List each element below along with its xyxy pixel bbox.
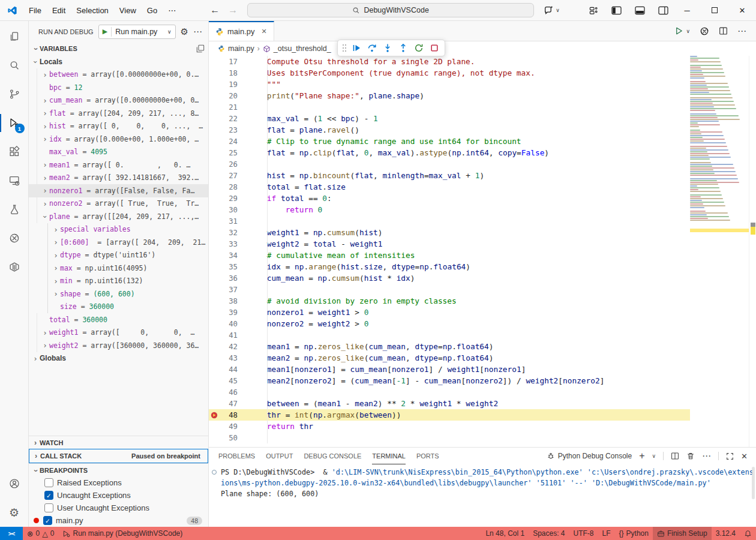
- customize-layout-icon[interactable]: [589, 6, 598, 15]
- command-center-search[interactable]: DebugWithVSCode: [247, 3, 534, 17]
- code-line[interactable]: 39 nonzero1 = weight1 > 0: [209, 307, 690, 318]
- breakpoints-section-header[interactable]: › BREAKPOINTS: [29, 463, 208, 476]
- code-line[interactable]: 19 """: [209, 79, 690, 90]
- breadcrumb-symbol[interactable]: _otsu_threshold_: [274, 44, 331, 53]
- code-line[interactable]: 38 # avoid division by zero in empty cla…: [209, 295, 690, 307]
- variable-row[interactable]: ›mean2 = array([ 392.14181667, 392.…: [29, 172, 208, 185]
- forward-icon[interactable]: →: [228, 5, 238, 16]
- start-debug-icon[interactable]: ▶: [103, 28, 107, 35]
- variable-row[interactable]: bpc = 12: [29, 81, 208, 94]
- menu-file[interactable]: File: [23, 4, 47, 17]
- toggle-panel-icon[interactable]: [635, 6, 645, 15]
- code-line[interactable]: 45 mean2[nonzero2] = (cum_mean[-1] - cum…: [209, 375, 690, 386]
- kill-terminal-icon[interactable]: [686, 452, 695, 460]
- code-line[interactable]: 23 flat = plane.ravel(): [209, 124, 690, 136]
- code-line[interactable]: 27 hist = np.bincount(flat, minlength=ma…: [209, 170, 690, 181]
- split-editor-icon[interactable]: [719, 26, 728, 35]
- minimap[interactable]: [690, 56, 749, 447]
- explorer-icon[interactable]: [0, 22, 29, 51]
- variable-row[interactable]: ›nonzero1 = array([False, False, Fa…: [29, 184, 208, 197]
- close-panel-icon[interactable]: ✕: [741, 452, 748, 461]
- menu-overflow[interactable]: ⋯: [163, 4, 181, 17]
- debug-session-status[interactable]: Run main.py (DebugWithVSCode): [58, 527, 187, 540]
- code-line[interactable]: 35 idx = np.arange(hist.size, dtype=np.f…: [209, 261, 690, 272]
- step-into-icon[interactable]: [380, 41, 395, 55]
- breakpoint-item[interactable]: ✓main.py48: [29, 514, 208, 527]
- problems-status[interactable]: ⊗ 0 △ 0: [23, 527, 58, 540]
- continue-icon[interactable]: [349, 41, 364, 55]
- variable-row[interactable]: ›hist = array([ 0, 0, 0, ..., …: [29, 120, 208, 133]
- menu-selection[interactable]: Selection: [71, 4, 113, 17]
- restart-icon[interactable]: [411, 41, 427, 55]
- code-line[interactable]: 18 Uses bitsPerComponent (true dynamic r…: [209, 67, 690, 79]
- open-view-icon[interactable]: [196, 44, 205, 53]
- code-line[interactable]: 43 mean2 = np.zeros_like(cum_mean, dtype…: [209, 352, 690, 364]
- code-line[interactable]: 17 Compute Otsu threshold for a single 2…: [209, 56, 690, 67]
- variable-row[interactable]: ›dtype = dtype('uint16'): [29, 249, 208, 262]
- encoding-status[interactable]: UTF-8: [569, 527, 598, 540]
- testing-icon[interactable]: [0, 195, 29, 224]
- cursor-position[interactable]: Ln 48, Col 1: [481, 527, 529, 540]
- breakpoint-item[interactable]: ✓Uncaught Exceptions: [29, 489, 208, 502]
- scope-row[interactable]: ›Globals: [29, 352, 208, 365]
- code-editor[interactable]: 17 Compute Otsu threshold for a single 2…: [209, 56, 690, 447]
- paused-breakpoint-icon[interactable]: [209, 412, 220, 419]
- variable-row[interactable]: ›between = array([0.00000000e+00, 0.…: [29, 68, 208, 82]
- variable-row[interactable]: ›idx = array([0.000e+00, 1.000e+00, …: [29, 133, 208, 146]
- extensions-icon[interactable]: [0, 137, 29, 166]
- overview-ruler[interactable]: [749, 56, 756, 447]
- panel-scrollbar[interactable]: [752, 467, 755, 499]
- variable-row[interactable]: ›shape = (600, 600): [29, 287, 208, 301]
- code-line[interactable]: 29 if total == 0:: [209, 193, 690, 204]
- terminal-dropdown-chevron-icon[interactable]: ∨: [652, 453, 656, 459]
- new-terminal-icon[interactable]: +: [639, 451, 644, 461]
- code-line[interactable]: 44 mean1[nonzero1] = cum_mean[nonzero1] …: [209, 364, 690, 375]
- variable-row[interactable]: ›[0:600] = [array([ 204, 209, 21…: [29, 236, 208, 249]
- terminal-instance-item[interactable]: Python Debug Console: [547, 452, 632, 460]
- code-line[interactable]: 46: [209, 386, 690, 398]
- breakpoint-checkbox[interactable]: ✓: [43, 516, 52, 525]
- more-actions-icon[interactable]: ⋯: [702, 451, 711, 461]
- debug-config-dropdown[interactable]: ▶ Run main.py ∨: [98, 25, 176, 39]
- chatgpt-extension-icon[interactable]: [0, 224, 29, 253]
- close-button[interactable]: ✕: [728, 0, 756, 20]
- variable-row[interactable]: ›min = np.uint16(132): [29, 275, 208, 288]
- code-line[interactable]: 22 max_val = (1 << bpc) - 1: [209, 113, 690, 124]
- copilot-button[interactable]: ∨: [544, 5, 560, 16]
- panel-tab-ports[interactable]: PORTS: [416, 448, 439, 464]
- code-line[interactable]: 33 weight2 = total - weight1: [209, 238, 690, 250]
- panel-tab-problems[interactable]: PROBLEMS: [218, 448, 255, 464]
- remote-explorer-icon[interactable]: [0, 166, 29, 195]
- search-view-icon[interactable]: [0, 51, 29, 80]
- code-line[interactable]: 42 mean1 = np.zeros_like(cum_mean, dtype…: [209, 341, 690, 352]
- chatgpt-editor-icon[interactable]: [700, 26, 709, 36]
- notifications-bell-icon[interactable]: [740, 527, 756, 540]
- code-line[interactable]: 41: [209, 329, 690, 341]
- call-stack-section-header[interactable]: › CALL STACK Paused on breakpoint: [29, 449, 208, 463]
- code-line[interactable]: 37: [209, 284, 690, 295]
- code-line[interactable]: 32 weight1 = np.cumsum(hist): [209, 227, 690, 238]
- variable-row[interactable]: ›special variables: [29, 223, 208, 236]
- finish-setup-button[interactable]: Finish Setup: [653, 527, 712, 540]
- code-line[interactable]: 49 return thr: [209, 421, 690, 432]
- back-icon[interactable]: ←: [210, 5, 220, 16]
- variable-row[interactable]: total = 360000: [29, 313, 208, 326]
- containers-icon[interactable]: [0, 253, 29, 281]
- more-actions-icon[interactable]: ⋯: [193, 26, 202, 37]
- variable-row[interactable]: max_val = 4095: [29, 146, 208, 159]
- code-line[interactable]: 36 cum_mean = np.cumsum(hist * idx): [209, 272, 690, 284]
- code-line[interactable]: 26: [209, 158, 690, 170]
- variable-row[interactable]: ›weight2 = array([360000, 360000, 36…: [29, 339, 208, 352]
- code-line[interactable]: 31: [209, 215, 690, 227]
- code-line[interactable]: 20 print("Plane shape:", plane.shape): [209, 90, 690, 101]
- variables-section-header[interactable]: › VARIABLES: [29, 42, 208, 55]
- toolbar-drag-handle[interactable]: [340, 44, 349, 52]
- tab-main-py[interactable]: main.py ✕: [209, 21, 274, 41]
- code-line[interactable]: 50: [209, 432, 690, 443]
- variable-row[interactable]: ›mean1 = array([ 0. , 0. …: [29, 158, 208, 172]
- python-version[interactable]: 3.12.4: [712, 527, 740, 540]
- panel-tab-debug-console[interactable]: DEBUG CONSOLE: [304, 448, 361, 464]
- variable-row[interactable]: size = 360000: [29, 301, 208, 314]
- run-and-debug-icon[interactable]: 1: [0, 109, 29, 137]
- maximize-panel-icon[interactable]: [726, 452, 734, 460]
